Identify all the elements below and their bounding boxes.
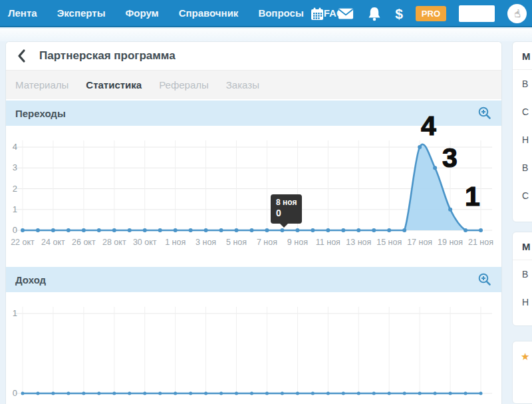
svg-text:11 ноя: 11 ноя [316,238,340,247]
sidebar-card-1-header: М [513,42,532,70]
bell-icon[interactable] [366,6,382,22]
nav-item-experts[interactable]: Эксперты [57,7,106,19]
tab-statistics[interactable]: Статистика [84,77,143,93]
income-chart-area: 01 [6,292,501,403]
svg-text:4: 4 [13,142,17,152]
nav-item-spravochnik[interactable]: Справочник [179,7,239,19]
zoom-in-icon[interactable] [477,106,492,120]
svg-text:30 окт: 30 окт [133,238,157,247]
annotation-low: 1 [465,183,480,210]
svg-text:17 ноя: 17 ноя [407,238,432,247]
tooltip-date: 8 ноя [276,198,297,208]
svg-text:3: 3 [13,162,17,172]
sidebar-item[interactable]: С [513,182,532,210]
star-icon: ★ [513,341,532,363]
income-chart[interactable]: 01 [6,292,501,403]
svg-text:1: 1 [13,204,17,214]
sidebar-card-3: ★ [512,341,532,404]
annotation-mid: 3 [442,144,458,172]
svg-text:1 ноя: 1 ноя [165,238,186,247]
sidebar-item[interactable]: Н [513,126,532,154]
user-avatar[interactable]: ☝ [507,4,527,23]
pro-badge[interactable]: PRO [416,6,446,21]
hand-icon: ☝ [513,8,521,19]
sidebar-item[interactable]: В [513,70,532,98]
sidebar-item[interactable]: В [513,316,532,326]
back-button[interactable] [17,49,31,63]
partner-program-panel: Партнерская программа Материалы Статисти… [5,41,502,404]
income-title: Доход [15,274,46,286]
transitions-title: Переходы [15,108,66,119]
svg-text:19 ноя: 19 ноя [438,238,463,247]
svg-text:0: 0 [13,225,17,235]
sidebar-card-2-header: М [513,232,532,260]
nav-item-lenta[interactable]: Лента [8,7,37,19]
tab-orders[interactable]: Заказы [225,77,261,93]
svg-text:26 окт: 26 окт [72,238,96,247]
zoom-in-icon[interactable] [477,272,492,287]
svg-text:28 окт: 28 окт [102,238,126,247]
nav-item-forum[interactable]: Форум [125,7,158,19]
nav-right-tools: $ PRO ☝ [309,0,527,27]
tab-referrals[interactable]: Рефералы [158,77,210,93]
sidebar-item[interactable]: С [513,98,532,126]
svg-text:22 окт: 22 окт [11,238,35,247]
transitions-chart[interactable]: 0123422 окт24 окт26 окт28 окт30 окт1 ноя… [6,126,501,262]
income-section-header: Доход [6,267,501,292]
page-title: Партнерская программа [39,49,176,63]
panel-header: Партнерская программа [6,42,501,70]
annotation-peak: 4 [421,112,436,140]
svg-text:7 ноя: 7 ноя [257,238,277,247]
svg-text:24 окт: 24 окт [41,238,65,247]
dollar-icon[interactable]: $ [395,6,403,22]
transitions-chart-area: 0123422 окт24 окт26 окт28 окт30 окт1 ноя… [6,126,501,267]
svg-text:0: 0 [13,388,17,398]
calendar-icon[interactable] [309,6,325,22]
tab-materials[interactable]: Материалы [14,77,70,93]
svg-text:15 ноя: 15 ноя [376,238,402,247]
svg-text:13 ноя: 13 ноя [346,238,371,247]
svg-text:1: 1 [13,308,17,318]
page-background-band [0,29,532,41]
sidebar-item[interactable]: В [513,154,532,182]
chart-tooltip: 8 ноя 0 [271,194,302,224]
sidebar-card-1: М В С Н В С [512,41,532,222]
top-nav: Лента Эксперты Форум Справочник Вопросы … [0,0,532,27]
svg-text:21 ноя: 21 ноя [468,238,493,247]
nav-search-input[interactable] [459,5,495,22]
nav-menu: Лента Эксперты Форум Справочник Вопросы … [0,7,344,19]
sidebar-item[interactable]: Н [513,288,532,316]
tooltip-value: 0 [276,208,297,220]
sidebar-card-2: М В Н В [512,232,532,326]
nav-item-voprosy[interactable]: Вопросы [258,7,303,19]
tab-bar: Материалы Статистика Рефералы Заказы [6,70,501,101]
svg-text:3 ноя: 3 ноя [196,238,216,247]
svg-text:5 ноя: 5 ноя [226,238,247,247]
svg-text:2: 2 [13,184,17,194]
mail-icon[interactable] [338,6,354,22]
sidebar-item[interactable]: В [513,260,532,288]
svg-text:9 ноя: 9 ноя [287,238,308,247]
